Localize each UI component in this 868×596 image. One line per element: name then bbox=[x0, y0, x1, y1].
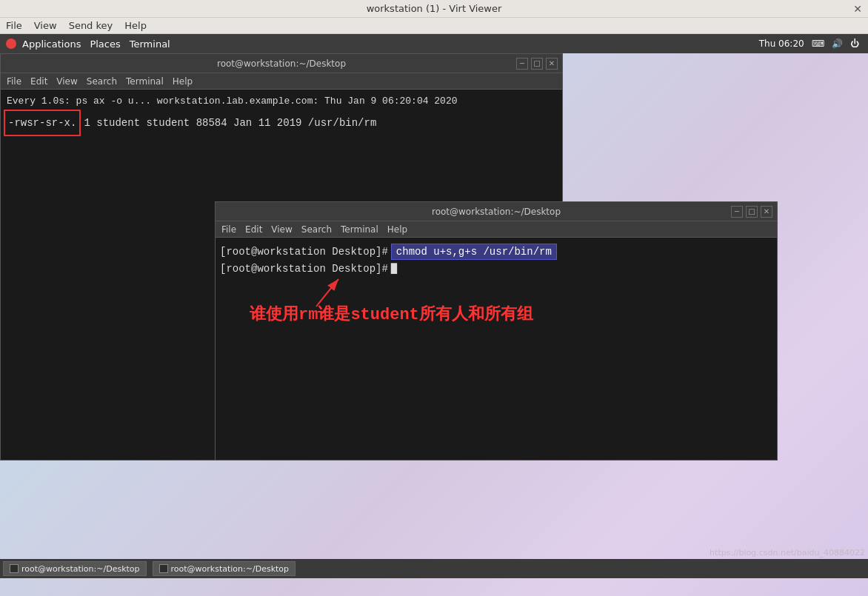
power-icon[interactable]: ⏻ bbox=[850, 38, 859, 49]
terminal1-maximize[interactable]: □ bbox=[531, 58, 543, 70]
menu-view[interactable]: View bbox=[34, 20, 57, 31]
terminal2-controls: − □ ✕ bbox=[731, 206, 772, 218]
terminal1-menubar: File Edit View Search Terminal Help bbox=[1, 73, 562, 90]
terminal2-menubar: File Edit View Search Terminal Help bbox=[216, 221, 777, 238]
taskbar-item-2[interactable]: root@workstation:~/Desktop bbox=[153, 561, 296, 576]
apps-dot-icon bbox=[6, 38, 16, 49]
virt-viewer-titlebar: workstation (1) - Virt Viewer ✕ bbox=[0, 0, 868, 18]
terminal2-close[interactable]: ✕ bbox=[761, 206, 772, 218]
t2-menu-edit[interactable]: Edit bbox=[245, 224, 262, 235]
terminal1-close[interactable]: ✕ bbox=[546, 58, 558, 70]
volume-icon[interactable]: 🔊 bbox=[832, 38, 843, 49]
virt-viewer-menubar: File View Send key Help bbox=[0, 18, 868, 34]
menu-help[interactable]: Help bbox=[124, 20, 147, 31]
system-bar-right: Thu 06:20 ⌨ 🔊 ⏻ bbox=[759, 38, 859, 49]
t1-menu-terminal[interactable]: Terminal bbox=[126, 76, 164, 87]
permissions-rest: 1 student student 88584 Jan 11 2019 /usr… bbox=[81, 111, 379, 135]
terminal-window-2: root@workstation:~/Desktop − □ ✕ File Ed… bbox=[215, 201, 778, 461]
taskbar-item-1[interactable]: root@workstation:~/Desktop bbox=[3, 561, 147, 576]
window-title: workstation (1) - Virt Viewer bbox=[367, 3, 502, 14]
annotation-arrow bbox=[287, 273, 346, 310]
desktop: Trash root@workstation:~/Desktop − □ ✕ F… bbox=[0, 53, 868, 578]
t2-menu-search[interactable]: Search bbox=[301, 224, 332, 235]
terminal-label[interactable]: Terminal bbox=[130, 38, 170, 50]
terminal2-title: root@workstation:~/Desktop bbox=[432, 207, 561, 217]
terminal1-titlebar: root@workstation:~/Desktop − □ ✕ bbox=[1, 54, 562, 73]
watermark: https://blog.csdn.net/baidu_40884022 bbox=[710, 548, 865, 558]
applications-label[interactable]: Applications bbox=[22, 38, 81, 50]
menu-sendkey[interactable]: Send key bbox=[69, 20, 113, 31]
terminal2-minimize[interactable]: − bbox=[731, 206, 743, 218]
t1-menu-edit[interactable]: Edit bbox=[30, 76, 47, 87]
t2-cmd1: chmod u+s,g+s /usr/bin/rm bbox=[391, 244, 557, 260]
system-topbar: Applications Places Terminal Thu 06:20 ⌨… bbox=[0, 34, 868, 53]
terminal1-line2: -rwsr-sr-x. 1 student student 88584 Jan … bbox=[4, 108, 559, 138]
t1-menu-search[interactable]: Search bbox=[87, 76, 117, 87]
t1-menu-view[interactable]: View bbox=[56, 76, 77, 87]
permissions-box: -rwsr-sr-x. bbox=[4, 110, 81, 136]
t1-menu-help[interactable]: Help bbox=[173, 76, 193, 87]
places-label[interactable]: Places bbox=[90, 38, 120, 50]
terminal2-content[interactable]: [root@workstation Desktop]# chmod u+s,g+… bbox=[216, 238, 777, 460]
taskbar-label-2: root@workstation:~/Desktop bbox=[171, 564, 290, 574]
terminal1-minimize[interactable]: − bbox=[516, 58, 528, 70]
t2-prompt1: [root@workstation Desktop]# bbox=[220, 246, 388, 258]
t2-menu-view[interactable]: View bbox=[271, 224, 292, 235]
close-icon[interactable]: ✕ bbox=[853, 3, 862, 15]
taskbar-icon-1 bbox=[10, 564, 19, 573]
t2-menu-help[interactable]: Help bbox=[387, 224, 407, 235]
terminal2-line1: [root@workstation Desktop]# chmod u+s,g+… bbox=[220, 244, 772, 260]
t2-menu-terminal[interactable]: Terminal bbox=[341, 224, 378, 235]
annotation-container: 谁使用rm谁是student所有人和所有组 bbox=[220, 281, 772, 325]
taskbar-label-1: root@workstation:~/Desktop bbox=[21, 564, 140, 574]
t2-cursor: █ bbox=[391, 263, 397, 275]
terminal2-titlebar: root@workstation:~/Desktop − □ ✕ bbox=[216, 202, 777, 221]
terminal1-line1: Every 1.0s: ps ax -o u... workstation.la… bbox=[4, 94, 559, 108]
t2-menu-file[interactable]: File bbox=[221, 224, 236, 235]
taskbar-icon-2 bbox=[159, 564, 168, 573]
terminal1-controls: − □ ✕ bbox=[516, 58, 558, 70]
clock: Thu 06:20 bbox=[759, 38, 804, 49]
menu-file[interactable]: File bbox=[6, 20, 22, 31]
t1-menu-file[interactable]: File bbox=[7, 76, 21, 87]
terminal1-title: root@workstation:~/Desktop bbox=[217, 58, 346, 69]
taskbar: root@workstation:~/Desktop root@workstat… bbox=[0, 559, 868, 578]
system-bar-left: Applications Places Terminal bbox=[6, 38, 170, 50]
apps-indicator[interactable]: Applications bbox=[6, 38, 81, 50]
keyboard-icon: ⌨ bbox=[812, 38, 824, 49]
terminal2-maximize[interactable]: □ bbox=[746, 206, 758, 218]
